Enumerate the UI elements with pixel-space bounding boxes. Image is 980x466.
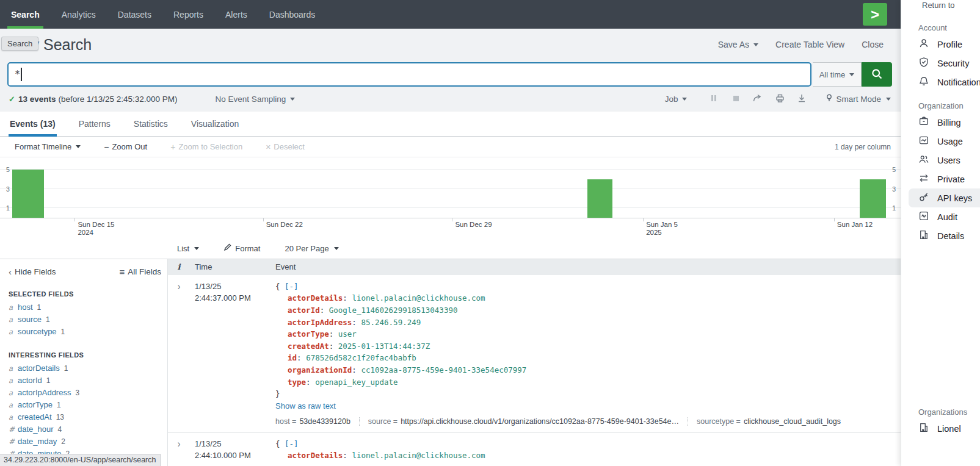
field-host[interactable]: a host 1 (9, 301, 161, 314)
event-sampling-menu[interactable]: No Event Sampling (216, 95, 296, 104)
zoom-to-selection-button[interactable]: + Zoom to Selection (170, 142, 242, 152)
format-timeline-menu[interactable]: Format Timeline (15, 142, 81, 151)
field-actorId[interactable]: a actorId 1 (9, 375, 161, 387)
panel-item-usage[interactable]: Usage (901, 132, 980, 151)
event-row: › 1/13/25 2:44:10.000 PM { [-] actorDeta… (168, 432, 901, 466)
tab-visualization[interactable]: Visualization (190, 113, 240, 136)
job-done-check-icon: ✓ (9, 95, 15, 104)
format-results-button[interactable]: Format (223, 243, 260, 253)
deselect-button[interactable]: × Deselect (266, 142, 305, 152)
panel-item-api-keys[interactable]: API keys (909, 188, 980, 207)
smart-mode-bulb-icon (826, 94, 832, 104)
interesting-fields-header: INTERESTING FIELDS (9, 351, 161, 359)
json-value[interactable]: cc1092aa-8775-459e-9401-33e54ec07997 (361, 365, 526, 375)
job-menu[interactable]: Job (665, 95, 688, 104)
create-table-view-button[interactable]: Create Table View (775, 40, 844, 49)
field-name: createdAt (18, 411, 52, 423)
x-axis-tick (452, 218, 452, 221)
organization-section-label: Organization (918, 101, 980, 110)
meta-sourcetype-label: sourcetype = (697, 417, 741, 426)
panel-item-billing[interactable]: Billing (901, 113, 980, 132)
save-as-button[interactable]: Save As (718, 40, 758, 49)
timeline-bar[interactable] (587, 179, 612, 218)
field-actorIpAddress[interactable]: a actorIpAddress 3 (9, 387, 161, 399)
json-value[interactable]: 85.246.59.249 (361, 318, 421, 327)
panel-item-label: Details (937, 231, 964, 241)
panel-item-label: Notifications (937, 77, 980, 87)
meta-source[interactable]: source = https://api.clickhouse.cloud/v1… (359, 417, 688, 426)
organization-section: Organization Billing Usage Users Private (901, 101, 980, 245)
field-source[interactable]: a source 1 (9, 314, 161, 326)
meta-sourcetype[interactable]: sourcetype = clickhouse_cloud_audit_logs (688, 417, 849, 426)
time-range-picker[interactable]: All time (813, 62, 862, 87)
panel-item-security[interactable]: Security (901, 54, 980, 73)
field-actorType[interactable]: a actorType 1 (9, 399, 161, 411)
field-sourcetype[interactable]: a sourcetype 1 (9, 326, 161, 338)
panel-item-profile[interactable]: Profile (901, 35, 980, 54)
nav-item-analytics[interactable]: Analytics (51, 0, 107, 29)
search-input[interactable]: * (7, 62, 811, 87)
field-date-mday[interactable]: # date_mday 2 (9, 436, 161, 448)
stop-job-button[interactable] (725, 95, 747, 104)
nav-item-reports[interactable]: Reports (162, 0, 214, 29)
field-type-icon: a (9, 326, 13, 338)
json-value[interactable]: Google_114602629918513043390 (329, 306, 458, 315)
nav-item-search[interactable]: Search (0, 0, 51, 29)
json-key: actorId (288, 306, 329, 315)
event-sampling-label: No Event Sampling (216, 95, 286, 104)
all-fields-label: All Fields (128, 267, 161, 276)
stop-icon (733, 95, 739, 104)
show-raw-text-link[interactable]: Show as raw text (275, 401, 336, 410)
close-button[interactable]: Close (862, 40, 884, 49)
json-open-brace: { (275, 282, 280, 291)
json-value[interactable]: lionel.palacin@clickhouse.com (352, 451, 485, 460)
panel-item-notifications[interactable]: Notifications (901, 73, 980, 91)
x-axis-label: Sun Dec 29 (455, 221, 492, 229)
json-value[interactable]: openapi_key_update (315, 378, 397, 387)
nav-item-alerts[interactable]: Alerts (214, 0, 258, 29)
panel-item-private-endpoints[interactable]: Private (901, 170, 980, 188)
field-date-hour[interactable]: # date_hour 4 (9, 423, 161, 436)
column-header-event: Event (273, 262, 901, 271)
nav-item-datasets[interactable]: Datasets (107, 0, 162, 29)
expand-event-chevron-icon[interactable]: › (178, 280, 181, 292)
panel-item-organization-lionel[interactable]: Lionel (901, 419, 980, 438)
nav-item-dashboards[interactable]: Dashboards (258, 0, 327, 29)
pause-job-button[interactable] (703, 95, 725, 104)
return-to-link[interactable]: Return to (922, 1, 954, 10)
tab-statistics[interactable]: Statistics (132, 113, 169, 136)
field-type-icon: a (9, 301, 13, 314)
meta-host[interactable]: host = 53de4339120b (275, 417, 359, 426)
json-value[interactable]: lionel.palacin@clickhouse.com (352, 293, 485, 303)
field-createdAt[interactable]: a createdAt 13 (9, 411, 161, 423)
zoom-out-button[interactable]: − Zoom Out (104, 142, 147, 152)
field-name: source (18, 314, 42, 326)
field-actorDetails[interactable]: a actorDetails 1 (9, 362, 161, 375)
splunk-logo-icon[interactable]: > (863, 3, 887, 26)
panel-item-audit[interactable]: Audit (901, 207, 980, 226)
all-fields-button[interactable]: ≡ All Fields (119, 267, 161, 277)
print-button[interactable] (769, 94, 791, 104)
tab-patterns[interactable]: Patterns (78, 113, 112, 136)
panel-item-details[interactable]: Details (901, 226, 980, 245)
json-value[interactable]: 678526d582c1f20fac4babfb (306, 353, 416, 362)
search-mode-menu[interactable]: Smart Mode (826, 94, 891, 104)
share-job-button[interactable] (747, 94, 769, 104)
export-button[interactable] (791, 94, 813, 104)
hide-fields-button[interactable]: ‹ Hide Fields (9, 267, 56, 277)
timeline-bar[interactable] (12, 170, 44, 218)
timeline-bar[interactable] (860, 179, 886, 218)
json-collapse-toggle[interactable]: [-] (285, 439, 299, 448)
json-value[interactable]: 2025-01-13T14:44:37Z (338, 342, 430, 351)
per-page-menu[interactable]: 20 Per Page (285, 244, 338, 253)
panel-item-users[interactable]: Users (901, 151, 980, 170)
panel-item-label: Usage (937, 137, 963, 146)
json-value[interactable]: user (338, 329, 357, 339)
field-count: 13 (56, 411, 64, 423)
expand-event-chevron-icon[interactable]: › (178, 437, 181, 449)
list-view-menu[interactable]: List (177, 244, 199, 253)
field-name: actorType (18, 399, 53, 411)
json-collapse-toggle[interactable]: [-] (285, 282, 299, 291)
tab-events[interactable]: Events (13) (9, 113, 57, 136)
search-button[interactable] (862, 62, 892, 87)
